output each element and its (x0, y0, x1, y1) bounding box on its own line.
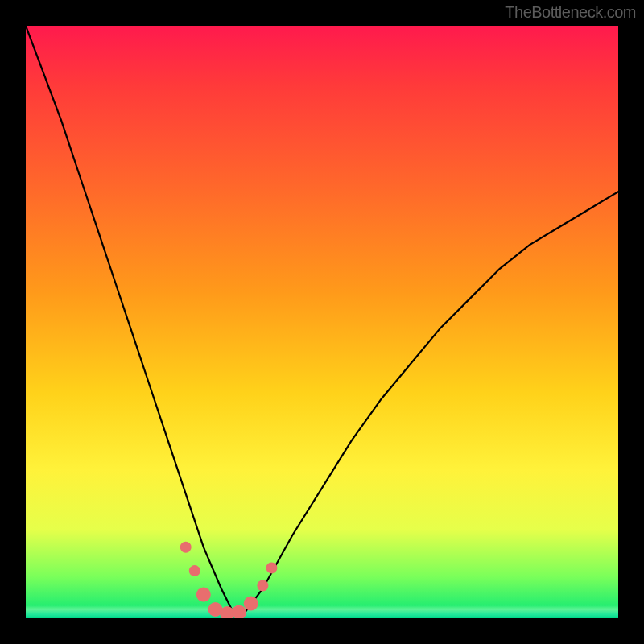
bottleneck-curve (26, 26, 618, 613)
chart-frame: TheBottleneck.com (0, 0, 644, 644)
marker-dot (189, 565, 200, 576)
marker-dot (180, 542, 192, 553)
marker-dot (232, 605, 246, 618)
marker-dot (196, 588, 211, 602)
watermark-text: TheBottleneck.com (505, 3, 636, 22)
plot-area (26, 26, 618, 618)
marker-dot (257, 580, 268, 592)
curve-layer (26, 26, 618, 618)
marker-group (180, 542, 278, 618)
marker-dot (244, 597, 258, 611)
marker-dot (266, 562, 277, 573)
